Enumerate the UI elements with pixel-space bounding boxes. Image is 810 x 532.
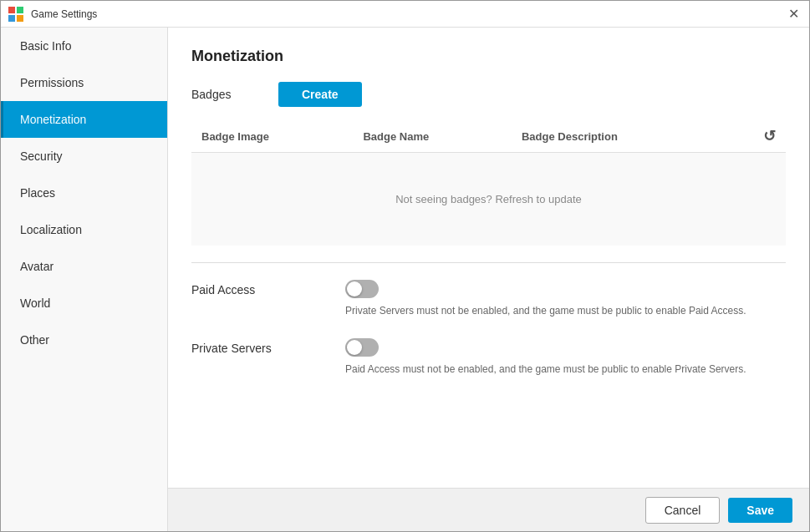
paid-access-hint: Private Servers must not be enabled, and… [345,303,746,318]
col-badge-image: Badge Image [191,120,353,153]
private-servers-toggle[interactable] [345,338,379,357]
badges-label: Badges [191,88,258,101]
create-badge-button[interactable]: Create [278,82,362,107]
svg-rect-2 [8,15,15,22]
badges-header-row: Badges Create [191,82,786,107]
page-title: Monetization [191,48,786,65]
cancel-button[interactable]: Cancel [645,497,721,524]
sidebar-item-places[interactable]: Places [1,175,167,211]
game-settings-window: Game Settings ✕ Basic Info Permissions M… [0,0,810,532]
private-servers-label: Private Servers [191,338,325,355]
title-bar: Game Settings ✕ [1,1,809,28]
col-badge-description: Badge Description [512,120,726,153]
sidebar: Basic Info Permissions Monetization Secu… [1,28,168,531]
table-header-row: Badge Image Badge Name Badge Description… [191,120,786,153]
paid-access-control: Private Servers must not be enabled, and… [345,280,746,318]
badges-table: Badge Image Badge Name Badge Description… [191,120,786,246]
footer: Cancel Save [168,488,809,531]
paid-access-label: Paid Access [191,280,325,296]
title-bar-title: Game Settings [31,8,785,20]
sidebar-item-avatar[interactable]: Avatar [1,248,167,285]
sidebar-item-basic-info[interactable]: Basic Info [1,28,167,64]
app-logo-icon [8,6,24,23]
paid-access-row: Paid Access Private Servers must not be … [191,280,786,318]
save-button[interactable]: Save [728,498,792,523]
sidebar-item-world[interactable]: World [1,285,167,322]
svg-rect-1 [17,7,23,13]
svg-rect-0 [8,7,15,13]
sidebar-item-monetization[interactable]: Monetization [1,101,167,138]
main-content: Monetization Badges Create Badge Image B… [168,28,809,488]
section-divider [191,262,786,263]
private-servers-hint: Paid Access must not be enabled, and the… [345,362,746,377]
private-servers-control: Paid Access must not be enabled, and the… [345,338,746,377]
close-button[interactable]: ✕ [785,8,802,21]
sidebar-item-security[interactable]: Security [1,138,167,175]
table-empty-row: Not seeing badges? Refresh to update [191,153,786,246]
refresh-icon[interactable]: ↺ [763,128,776,144]
paid-access-toggle[interactable] [345,280,379,298]
svg-rect-3 [17,15,23,22]
sidebar-item-localization[interactable]: Localization [1,211,167,248]
empty-message: Not seeing badges? Refresh to update [191,153,786,246]
main-panel: Monetization Badges Create Badge Image B… [168,28,809,531]
window-body: Basic Info Permissions Monetization Secu… [1,28,809,531]
col-badge-name: Badge Name [353,120,511,153]
sidebar-item-permissions[interactable]: Permissions [1,64,167,101]
col-refresh[interactable]: ↺ [726,120,786,153]
sidebar-item-other[interactable]: Other [1,322,167,358]
private-servers-row: Private Servers Paid Access must not be … [191,338,786,377]
